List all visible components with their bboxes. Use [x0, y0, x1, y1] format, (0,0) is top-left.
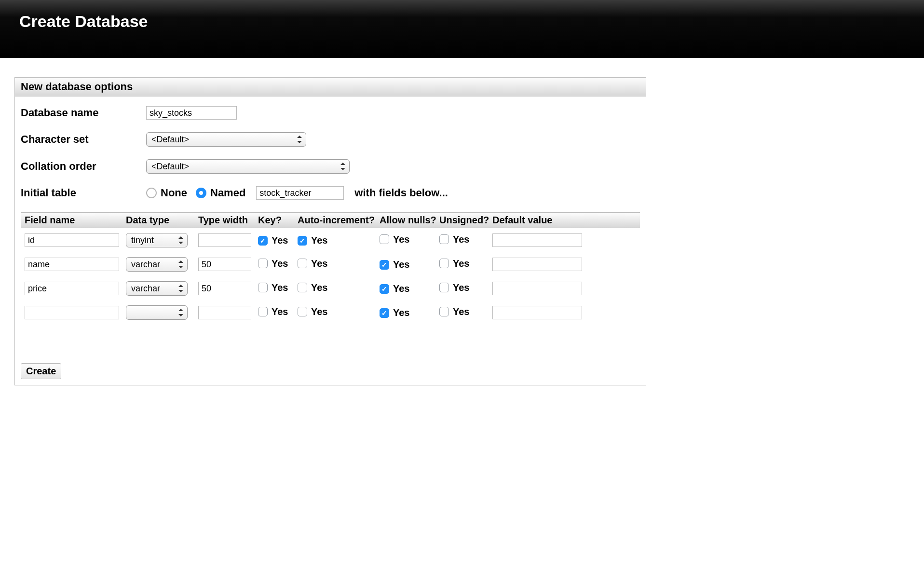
page-title: Create Database [19, 12, 905, 31]
fields-grid: Field name Data type Type width Key? Aut… [21, 212, 640, 325]
data-type-select-wrap: tinyint [126, 233, 188, 247]
key-label: Yes [272, 258, 288, 269]
allow-nulls-checkbox[interactable] [380, 234, 389, 244]
label-character-set: Character set [21, 133, 146, 146]
type-width-input[interactable] [198, 233, 251, 247]
key-label: Yes [272, 282, 288, 293]
field-name-input[interactable] [25, 306, 119, 319]
field-name-input[interactable] [25, 258, 119, 271]
type-width-input[interactable] [198, 282, 251, 295]
data-type-select-wrap [126, 305, 188, 320]
label-initial-table: Initial table [21, 187, 146, 199]
col-default: Default value [492, 215, 584, 226]
unsigned-label: Yes [453, 282, 469, 293]
type-width-input[interactable] [198, 306, 251, 319]
data-type-select[interactable] [126, 306, 187, 319]
unsigned-checkbox[interactable] [439, 283, 449, 292]
key-checkbox[interactable] [258, 236, 268, 246]
footer-buttons: Create [21, 363, 61, 379]
col-unsigned: Unsigned? [439, 215, 492, 226]
table-row: YesYesYesYes [21, 301, 640, 325]
auto-increment-checkbox[interactable] [298, 236, 307, 246]
key-label: Yes [272, 306, 288, 317]
initial-table-name-input[interactable] [256, 186, 344, 200]
allow-nulls-label: Yes [393, 283, 409, 294]
collation-order-select-wrap: <Default> [146, 159, 350, 174]
fields-grid-header: Field name Data type Type width Key? Aut… [21, 212, 640, 228]
col-auto-inc: Auto-increment? [298, 215, 380, 226]
auto-increment-checkbox[interactable] [298, 259, 307, 268]
radio-named-label: Named [210, 187, 245, 199]
data-type-select[interactable]: varchar [126, 258, 187, 271]
top-header: Create Database [0, 0, 924, 58]
table-row: tinyintYesYesYesYes [21, 228, 640, 252]
character-set-select[interactable]: <Default> [147, 133, 306, 146]
key-checkbox[interactable] [258, 283, 268, 292]
type-width-input[interactable] [198, 258, 251, 271]
options-panel: New database options Database name Chara… [14, 77, 646, 385]
col-field-name: Field name [25, 215, 126, 226]
data-type-select[interactable]: varchar [126, 282, 187, 295]
default-value-input[interactable] [492, 258, 582, 271]
radio-none[interactable] [146, 188, 157, 198]
data-type-select-wrap: varchar [126, 281, 188, 296]
allow-nulls-label: Yes [393, 259, 409, 270]
auto-increment-label: Yes [311, 235, 327, 246]
col-allow-nulls: Allow nulls? [380, 215, 439, 226]
initial-table-radio-group: None Named with fields below... [146, 186, 448, 200]
collation-order-select[interactable]: <Default> [147, 160, 349, 173]
table-row: varcharYesYesYesYes [21, 252, 640, 276]
row-database-name: Database name [21, 106, 640, 120]
unsigned-label: Yes [453, 306, 469, 317]
auto-increment-checkbox[interactable] [298, 283, 307, 292]
unsigned-checkbox[interactable] [439, 307, 449, 316]
unsigned-checkbox[interactable] [439, 259, 449, 268]
col-type-width: Type width [198, 215, 258, 226]
auto-increment-checkbox[interactable] [298, 307, 307, 316]
create-button[interactable]: Create [21, 363, 61, 379]
with-fields-hint: with fields below... [354, 187, 448, 199]
label-database-name: Database name [21, 107, 146, 119]
row-initial-table: Initial table None Named with fields bel… [21, 186, 640, 200]
radio-named[interactable] [196, 188, 206, 198]
key-checkbox[interactable] [258, 307, 268, 316]
auto-increment-label: Yes [311, 306, 327, 317]
allow-nulls-checkbox[interactable] [380, 308, 389, 318]
allow-nulls-checkbox[interactable] [380, 284, 389, 294]
allow-nulls-checkbox[interactable] [380, 260, 389, 270]
col-key: Key? [258, 215, 298, 226]
label-collation-order: Collation order [21, 160, 146, 173]
default-value-input[interactable] [492, 306, 582, 319]
row-collation-order: Collation order <Default> [21, 159, 640, 174]
unsigned-label: Yes [453, 258, 469, 269]
auto-increment-label: Yes [311, 282, 327, 293]
unsigned-checkbox[interactable] [439, 234, 449, 244]
key-checkbox[interactable] [258, 259, 268, 268]
row-character-set: Character set <Default> [21, 132, 640, 147]
default-value-input[interactable] [492, 282, 582, 295]
field-name-input[interactable] [25, 233, 119, 247]
allow-nulls-label: Yes [393, 307, 409, 318]
key-label: Yes [272, 235, 288, 246]
page-body: New database options Database name Chara… [0, 58, 924, 405]
database-name-input[interactable] [146, 106, 237, 120]
field-name-input[interactable] [25, 282, 119, 295]
auto-increment-label: Yes [311, 258, 327, 269]
allow-nulls-label: Yes [393, 234, 409, 245]
col-data-type: Data type [126, 215, 198, 226]
data-type-select-wrap: varchar [126, 257, 188, 272]
character-set-select-wrap: <Default> [146, 132, 306, 147]
table-row: varcharYesYesYesYes [21, 276, 640, 301]
default-value-input[interactable] [492, 233, 582, 247]
form-body: Database name Character set <Default> Co… [15, 96, 646, 385]
unsigned-label: Yes [453, 234, 469, 245]
data-type-select[interactable]: tinyint [126, 233, 187, 247]
panel-title: New database options [15, 78, 646, 96]
radio-none-label: None [161, 187, 187, 199]
